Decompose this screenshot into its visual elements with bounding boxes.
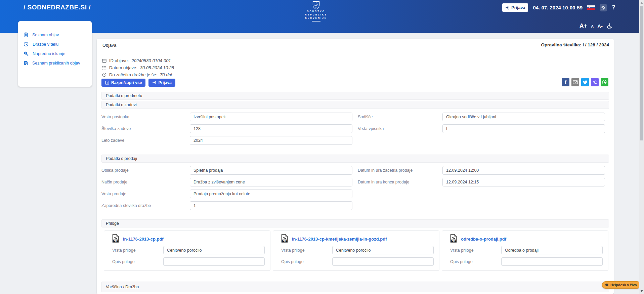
attachment-desc-input[interactable] <box>501 257 603 266</box>
accessibility-button[interactable] <box>606 23 612 29</box>
field-label: Način prodaje <box>101 180 190 184</box>
attachments-row: PDF in-1176-2013-cp.pdf Vrsta priloge Op… <box>104 230 608 271</box>
font-decrease-button[interactable]: A- <box>597 23 603 29</box>
twitter-icon <box>583 80 588 84</box>
attachment-card-1: PDF in-1176-2013-cp.pdf Vrsta priloge Op… <box>104 230 270 271</box>
login-button-label: Prijava <box>158 80 171 85</box>
section-title: Priloge <box>106 221 119 226</box>
field-label: Zaporedna številka dražbe <box>101 203 190 208</box>
login-button-header[interactable]: Prijava <box>502 3 528 12</box>
sodisce-input[interactable] <box>442 113 605 121</box>
share-viber-button[interactable] <box>591 78 599 86</box>
share-email-button[interactable] <box>571 78 579 86</box>
attachment-desc-input[interactable] <box>332 257 434 266</box>
attachment-desc-row: Opis priloge <box>281 257 434 266</box>
pdf-file-icon: PDF <box>450 234 457 244</box>
field-label: Vrsta priloge <box>112 248 163 253</box>
clock-icon <box>102 73 106 77</box>
rss-button[interactable] <box>600 4 607 11</box>
judiciary-emblem: SODSTVO REPUBLIKE SLOVENIJE <box>304 1 328 22</box>
field-label: Datum in ura začetka prodaje <box>358 168 442 173</box>
login-button-label: Prijava <box>511 5 525 10</box>
scrollbar-thumb[interactable] <box>640 6 643 140</box>
attachment-link[interactable]: in-1176-2013-cp.pdf <box>123 237 164 242</box>
info-value: 70 dni <box>160 72 172 77</box>
header-right-cluster: Prijava 04. 07. 2024 10:00:59 <box>502 3 615 12</box>
login-button-main[interactable]: Prijava <box>148 79 175 87</box>
attachment-type-input[interactable] <box>332 246 434 254</box>
field-label: Oblika prodaje <box>101 168 190 173</box>
coat-of-arms-icon <box>312 1 320 10</box>
window-id-icon <box>102 59 106 63</box>
field-label: Vrsta vpisnika <box>358 126 442 131</box>
field-stevilka-zadeve: Številka zadeve <box>101 124 357 133</box>
helpdesk-button[interactable]: Helpdesk v živo <box>602 281 641 289</box>
nacin-prodaje-input[interactable] <box>190 178 352 186</box>
vrsta-prodaje-input[interactable] <box>190 190 352 198</box>
sidebar-item-napredno-iskanje[interactable]: Napredno iskanje <box>24 51 86 56</box>
zaporedna-stevilka-input[interactable] <box>190 201 352 210</box>
sidebar-menu: Seznam objav Dražbe v teku Napredno iska… <box>18 21 92 87</box>
expand-collapse-all-button[interactable]: Razpri/zapri vse <box>101 79 145 87</box>
share-whatsapp-button[interactable] <box>601 78 608 86</box>
field-label: Leto zadeve <box>101 138 190 143</box>
vrsta-vpisnika-input[interactable] <box>442 124 605 133</box>
oblika-prodaje-input[interactable] <box>190 166 352 175</box>
section-header-priloge[interactable]: Priloge <box>101 219 609 227</box>
section-header-podatki-o-predmetu[interactable]: Podatki o predmetu <box>101 92 609 100</box>
vrsta-postopka-input[interactable] <box>190 113 352 121</box>
expand-panels-icon <box>105 81 109 85</box>
attachment-desc-row: Opis priloge <box>450 257 603 266</box>
info-line-id: ID objave: 20240530-0104-001 <box>102 57 174 64</box>
emblem-line-2: REPUBLIKE <box>304 13 328 16</box>
pdf-file-icon: PDF <box>112 234 119 244</box>
attachment-type-input[interactable] <box>501 246 603 254</box>
chat-bubble-icon <box>605 283 609 287</box>
section-header-podatki-o-prodaji[interactable]: Podatki o prodaji <box>101 155 609 163</box>
section-header-varscina-drazba[interactable]: Varščina / Dražba <box>101 282 609 292</box>
sidebar-item-seznam-objav[interactable]: Seznam objav <box>24 32 86 37</box>
sidebar-item-drazbe-v-teku[interactable]: Dražbe v teku <box>24 42 86 47</box>
svg-text:PDF: PDF <box>452 240 456 242</box>
datum-zacetka-input[interactable] <box>442 166 605 175</box>
font-reset-button[interactable]: A <box>591 24 594 29</box>
scrollbar-up-arrow[interactable] <box>640 2 643 4</box>
attachment-link[interactable]: odredba-o-prodaji.pdf <box>461 237 506 242</box>
attachment-link[interactable]: in-1176-2013-cp-kmetijska-zemljia-in-goz… <box>292 237 387 242</box>
leto-zadeve-input[interactable] <box>190 136 352 145</box>
site-logo[interactable]: / SODNEDRAZBE.SI / <box>24 4 91 11</box>
pdf-file-icon: PDF <box>281 234 288 244</box>
svg-text:PDF: PDF <box>114 240 118 242</box>
clipboard-icon <box>24 32 28 37</box>
sidebar-item-label: Napredno iskanje <box>33 51 65 56</box>
attachment-desc-input[interactable] <box>163 257 265 266</box>
slovenia-flag-icon <box>587 5 595 10</box>
field-vrsta-postopka: Vrsta postopka <box>101 113 357 121</box>
facebook-icon: f <box>565 79 566 85</box>
header: / SODNEDRAZBE.SI / SODSTVO REPUBLIKE SLO… <box>0 0 644 33</box>
case-fields-left: Vrsta postopka Številka zadeve Leto zade… <box>101 113 357 148</box>
share-facebook-button[interactable]: f <box>562 78 569 86</box>
font-increase-button[interactable]: A+ <box>579 23 588 29</box>
scrollbar[interactable] <box>639 0 644 294</box>
sidebar-item-seznam-preklicanih-objav[interactable]: Seznam preklicanih objav <box>24 60 86 66</box>
language-flag[interactable] <box>587 5 595 10</box>
emblem-underline <box>312 21 320 22</box>
field-label: Datum in ura konca prodaje <box>358 180 442 184</box>
stevilka-zadeve-input[interactable] <box>190 124 352 133</box>
login-icon <box>152 81 156 85</box>
page: / SODNEDRAZBE.SI / SODSTVO REPUBLIKE SLO… <box>0 0 644 294</box>
scrollbar-down-arrow[interactable] <box>640 290 643 292</box>
help-button[interactable]: ? <box>612 4 615 11</box>
publication-card: Objava Opravilna številka: I / 128 / 202… <box>97 39 614 294</box>
login-icon <box>505 5 510 10</box>
section-title: Varščina / Dražba <box>106 285 139 289</box>
datum-konca-input[interactable] <box>442 178 605 186</box>
section-header-podatki-o-zadevi[interactable]: Podatki o zadevi <box>101 101 609 109</box>
sidebar-item-label: Seznam objav <box>32 33 59 37</box>
header-datetime: 04. 07. 2024 10:00:59 <box>533 5 583 10</box>
attachment-type-input[interactable] <box>163 246 265 254</box>
share-twitter-button[interactable] <box>581 78 589 86</box>
field-datum-zacetka: Datum in ura začetka prodaje <box>358 166 605 175</box>
rss-icon <box>601 5 606 10</box>
